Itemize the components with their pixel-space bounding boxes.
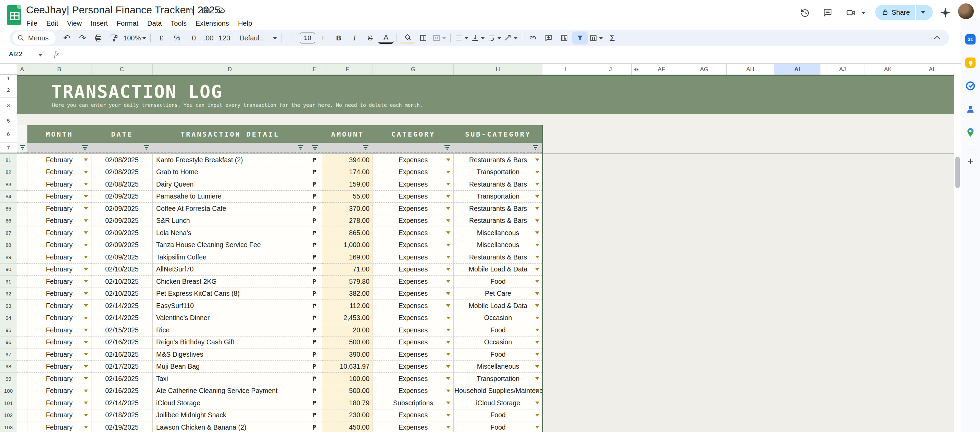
row-header[interactable]: 93	[0, 300, 17, 312]
text-color-button[interactable]: A	[378, 32, 394, 44]
cell-detail[interactable]: Rice	[153, 324, 307, 337]
row-header[interactable]: 99	[0, 373, 17, 385]
row-header[interactable]: 90	[0, 264, 17, 276]
cell-detail[interactable]: Chicken Breast 2KG	[153, 276, 307, 288]
calendar-icon[interactable]: 31	[965, 34, 975, 44]
share-button[interactable]: Share	[875, 5, 933, 20]
menu-data[interactable]: Data	[143, 19, 166, 29]
cell-detail[interactable]: Jollibee Midnight Snack	[153, 410, 307, 422]
row-header-1[interactable]: 1	[0, 75, 17, 82]
menu-view[interactable]: View	[63, 19, 86, 29]
cell-A[interactable]	[17, 421, 27, 432]
month-dropdown-icon[interactable]	[84, 426, 88, 429]
account-avatar[interactable]	[958, 3, 974, 19]
column-header-AF[interactable]: AF	[641, 64, 682, 75]
paint-format-button[interactable]	[106, 32, 122, 44]
cell-detail[interactable]: S&R Lunch	[153, 215, 307, 227]
category-dropdown-icon[interactable]	[446, 341, 450, 344]
cell-amount[interactable]: 370.00	[322, 203, 373, 215]
cell-month[interactable]: February	[27, 385, 91, 397]
column-header-E[interactable]: E	[307, 64, 322, 75]
category-dropdown-icon[interactable]	[446, 377, 450, 380]
subcategory-dropdown-icon[interactable]	[535, 207, 539, 210]
cell-detail[interactable]: Grab to Home	[153, 166, 307, 179]
row-header[interactable]: 95	[0, 324, 17, 337]
font-select[interactable]: Defaul...	[238, 32, 278, 44]
row-header[interactable]: 91	[0, 276, 17, 288]
month-dropdown-icon[interactable]	[84, 304, 88, 307]
cell-currency[interactable]: ₱	[307, 239, 322, 252]
cell-currency[interactable]: ₱	[307, 361, 322, 373]
column-header-AL[interactable]: AL	[911, 64, 954, 75]
cell-date[interactable]: 02/14/2025	[91, 312, 153, 324]
subcategory-dropdown-icon[interactable]	[535, 389, 539, 392]
column-header-AH[interactable]: AH	[727, 64, 774, 75]
cell-category[interactable]: Expenses	[373, 385, 454, 397]
decrease-decimals-button[interactable]: .0←	[185, 32, 200, 44]
subcategory-dropdown-icon[interactable]	[535, 317, 539, 319]
cell-A[interactable]	[17, 203, 27, 215]
category-dropdown-icon[interactable]	[446, 317, 450, 319]
cell-A[interactable]	[17, 251, 27, 264]
cell-currency[interactable]: ₱	[307, 166, 322, 179]
cell-month[interactable]: February	[27, 312, 91, 324]
subcategory-dropdown-icon[interactable]	[535, 292, 539, 295]
cell-date[interactable]: 02/16/2025	[91, 337, 153, 349]
cell-amount[interactable]: 55.00	[322, 191, 373, 203]
increase-decimals-button[interactable]: .00→	[200, 32, 216, 44]
cell-detail[interactable]: Pet Express KitCat Cans (8)	[153, 288, 307, 300]
cell-month[interactable]: February	[27, 178, 91, 191]
subcategory-dropdown-icon[interactable]	[535, 426, 539, 429]
merge-cells-button[interactable]	[431, 32, 447, 44]
text-rotation-button[interactable]	[503, 32, 519, 44]
filter-button-icon[interactable]	[312, 145, 318, 150]
column-header-B[interactable]: B	[27, 64, 91, 75]
keep-icon[interactable]	[965, 57, 975, 68]
cell-subcategory[interactable]: Restaurants & Bars	[454, 178, 542, 191]
cell-date[interactable]: 02/16/2025	[91, 348, 153, 361]
cell-month[interactable]: February	[27, 276, 91, 288]
filter-button-icon[interactable]	[20, 145, 25, 150]
column-header-D[interactable]: D	[153, 64, 307, 75]
cell-currency[interactable]: ₱	[307, 227, 322, 239]
month-dropdown-icon[interactable]	[84, 256, 88, 259]
cell-A[interactable]	[17, 373, 27, 385]
add-apps-icon[interactable]: +	[965, 156, 975, 166]
month-dropdown-icon[interactable]	[84, 365, 88, 368]
bold-button[interactable]: B	[331, 32, 347, 44]
more-formats-button[interactable]: 123	[216, 32, 232, 44]
row-header[interactable]: 100	[0, 385, 17, 397]
cell-currency[interactable]: ₱	[307, 385, 322, 397]
row-header[interactable]: 86	[0, 215, 17, 227]
insert-comment-button[interactable]	[541, 32, 557, 44]
filter-button-icon[interactable]	[444, 145, 450, 150]
tasks-icon[interactable]	[965, 81, 975, 91]
cell-A[interactable]	[17, 215, 27, 227]
cell-category[interactable]: Expenses	[373, 337, 454, 349]
row-header-5[interactable]: 5	[0, 116, 17, 125]
filter-button-icon[interactable]	[298, 145, 303, 150]
cell-amount[interactable]: 174.00	[322, 166, 373, 179]
month-dropdown-icon[interactable]	[84, 195, 88, 198]
cell-date[interactable]: 02/09/2025	[91, 191, 153, 203]
cell-date[interactable]: 02/09/2025	[91, 239, 153, 252]
cell-detail[interactable]: Takipsilim Coffee	[153, 251, 307, 264]
horizontal-align-button[interactable]	[453, 32, 470, 44]
star-icon[interactable]: ☆	[187, 6, 195, 15]
cell-category[interactable]: Expenses	[373, 348, 454, 361]
cell-category[interactable]: Expenses	[373, 421, 454, 432]
cell-date[interactable]: 02/16/2025	[91, 385, 153, 397]
filter-button-icon[interactable]	[533, 145, 538, 150]
cell-A[interactable]	[17, 276, 27, 288]
category-dropdown-icon[interactable]	[446, 159, 450, 161]
filter-button-icon[interactable]	[144, 145, 149, 150]
column-header-AJ[interactable]: AJ	[821, 64, 865, 75]
cell-A[interactable]	[17, 361, 27, 373]
month-dropdown-icon[interactable]	[84, 244, 88, 246]
cell-detail[interactable]: Lawson Chicken & Banana (2)	[153, 421, 307, 432]
cell-detail[interactable]: Kanto Freestyle Breakfast (2)	[153, 154, 307, 166]
cell-date[interactable]: 02/14/2025	[91, 397, 153, 410]
insert-link-button[interactable]	[525, 32, 541, 44]
month-dropdown-icon[interactable]	[84, 280, 88, 283]
cell-category[interactable]: Expenses	[373, 276, 454, 288]
